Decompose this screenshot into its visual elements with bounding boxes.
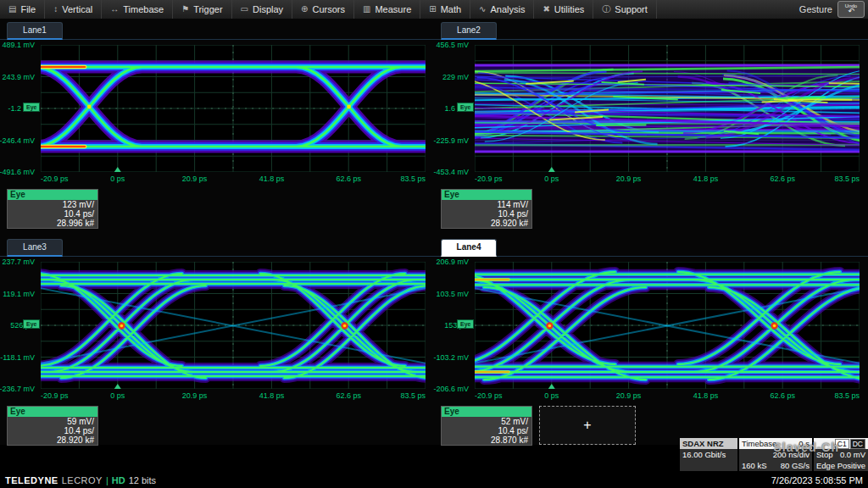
support-icon: ⓘ: [602, 5, 610, 14]
descriptor-boxes: SDAX NRZ 16.00 Gbit/s Timebase 0 s 200 n…: [680, 438, 868, 471]
lane2-eye-measure-box[interactable]: Eye 114 mV/ 10.4 ps/ 28.920 k#: [441, 189, 532, 229]
timebase-samples: 160 kS: [742, 460, 767, 471]
bit-depth-label: 12 bits: [129, 475, 156, 485]
brand-lecroy: LECROY: [62, 475, 103, 485]
lane3-panel: Lane3 237.7 mV119.1 mV526 µV-118.1 mV-23…: [0, 236, 434, 445]
lane1-eye-measure-box[interactable]: Eye 123 mV/ 10.4 ps/ 28.996 k#: [7, 189, 98, 229]
x-axis-label: 41.8 ps: [259, 391, 285, 400]
lane2-tab[interactable]: Lane2: [441, 22, 497, 40]
menu-item-label: Analysis: [491, 4, 526, 14]
menu-item-timebase[interactable]: ↔Timebase: [102, 0, 173, 19]
sdax-descriptor-box[interactable]: SDAX NRZ 16.00 Gbit/s: [680, 438, 737, 471]
lane3-tabstrip: Lane3: [0, 240, 434, 257]
add-measurement-box[interactable]: +: [539, 406, 636, 445]
y-axis-label: -118.1 mV: [0, 353, 35, 362]
eye-width-value: 10.4 ps/: [442, 426, 531, 435]
x-axis-label: 41.8 ps: [259, 175, 285, 183]
menu-item-label: Timebase: [123, 4, 164, 14]
eye-count-value: 28.920 k#: [442, 219, 531, 228]
brand-separator: |: [106, 475, 108, 485]
eye-measure-title: Eye: [442, 407, 531, 417]
menu-item-support[interactable]: ⓘSupport: [593, 0, 657, 19]
timebase-title: Timebase: [742, 438, 776, 449]
y-axis-label: -225.9 mV: [433, 136, 469, 145]
y-axis-label: 237.7 mV: [2, 258, 35, 266]
lane4-plot[interactable]: [475, 262, 860, 389]
x-axis-label: 62.6 ps: [336, 175, 361, 183]
hd-badge: HD: [112, 475, 125, 485]
x-axis-label: -20.9 ps: [41, 175, 69, 183]
menu-item-utilities[interactable]: ✖Utilities: [534, 0, 593, 19]
lane3-plot[interactable]: [41, 262, 426, 389]
y-axis-label: -103.2 mV: [433, 353, 469, 362]
cursors-icon: ⊕: [301, 5, 308, 14]
lane3-eye-badge: Eye: [23, 319, 40, 329]
menu-item-file[interactable]: ▤File: [0, 0, 45, 19]
menu-item-vertical[interactable]: ↕Vertical: [45, 0, 102, 19]
menu-item-label: Support: [615, 4, 648, 14]
clock-timestamp: 7/26/2023 5:08:55 PM: [771, 475, 863, 485]
x-axis-label: 20.9 ps: [182, 175, 208, 183]
trigger-level: 0.0 mV: [840, 449, 865, 460]
y-axis-label: -206.6 mV: [433, 385, 469, 393]
eye-height-value: 114 mV/: [442, 200, 531, 209]
trigger-descriptor-box[interactable]: C1 DC Stop 0.0 mV Edge Positive: [814, 438, 868, 471]
undo-button[interactable]: Undo ↶: [837, 1, 865, 18]
trigger-coupling-badge: DC: [850, 439, 865, 449]
x-axis-label: 83.5 ps: [834, 391, 860, 400]
menu-item-cursors[interactable]: ⊕Cursors: [292, 0, 354, 19]
x-axis-label: 62.6 ps: [770, 175, 795, 183]
lane2-x-axis: -20.9 ps0 ps20.9 ps41.8 ps62.6 ps83.5 ps: [475, 175, 860, 185]
lane3-x-axis: -20.9 ps0 ps20.9 ps41.8 ps62.6 ps83.5 ps: [41, 391, 426, 402]
x-axis-label: 0 ps: [544, 391, 559, 400]
lane2-plot[interactable]: [475, 45, 860, 172]
gesture-label: Gesture: [799, 4, 832, 14]
measure-icon: ▥: [363, 5, 370, 14]
y-axis-label: 489.1 mV: [2, 41, 35, 49]
menu-bar: ▤File↕Vertical↔Timebase⚑Trigger▭Display⊕…: [0, 0, 868, 19]
x-axis-label: 0 ps: [110, 175, 125, 183]
lane3-tab[interactable]: Lane3: [7, 239, 63, 257]
menu-item-math[interactable]: ⊞Math: [420, 0, 470, 19]
lane4-tabstrip: Lane4: [434, 240, 868, 257]
lane3-eye-measure-box[interactable]: Eye 59 mV/ 10.4 ps/ 28.920 k#: [7, 406, 98, 446]
utilities-icon: ✖: [542, 5, 549, 14]
y-axis-label: 119.1 mV: [3, 290, 35, 298]
brand-teledyne: TELEDYNE: [5, 475, 58, 485]
y-axis-label: -236.7 mV: [0, 385, 35, 393]
lane1-tab[interactable]: Lane1: [7, 22, 63, 40]
eye-width-value: 10.4 ps/: [8, 426, 97, 435]
menu-item-label: Vertical: [62, 4, 92, 14]
eye-count-value: 28.920 k#: [8, 435, 97, 445]
timebase-icon: ↔: [110, 5, 119, 14]
y-axis-label: 456.5 mV: [436, 41, 469, 49]
lane4-eye-badge: Eye: [457, 319, 474, 329]
math-icon: ⊞: [429, 5, 436, 14]
trigger-channel-badge: C1: [835, 439, 849, 449]
undo-icon: ↶: [848, 8, 854, 15]
x-axis-label: -20.9 ps: [41, 391, 69, 400]
trigger-slope: Positive: [837, 460, 865, 471]
y-axis-label: -491.6 mV: [0, 168, 35, 176]
lane4-tab[interactable]: Lane4: [441, 239, 497, 257]
y-axis-label: 206.9 mV: [436, 258, 469, 266]
lane4-eye-measure-box[interactable]: Eye 52 mV/ 10.4 ps/ 28.870 k#: [441, 406, 532, 446]
trigger-mode: Stop: [816, 449, 833, 460]
menu-item-trigger[interactable]: ⚑Trigger: [173, 0, 231, 19]
menu-item-display[interactable]: ▭Display: [232, 0, 293, 19]
lane4-panel: Lane4 206.9 mV103.5 mV153 µV-103.2 mV-20…: [434, 236, 868, 445]
eye-width-value: 10.4 ps/: [8, 209, 97, 219]
timebase-descriptor-box[interactable]: Timebase 0 s 200 ns/div 160 kS 80 GS/s: [739, 438, 812, 471]
y-axis-label: 229 mV: [442, 73, 469, 81]
lane1-plot[interactable]: [41, 45, 426, 172]
lane3-eye-diagram: [41, 262, 426, 389]
menu-item-analysis[interactable]: ∿Analysis: [470, 0, 534, 19]
x-axis-label: -20.9 ps: [475, 391, 503, 400]
lane4-x-axis: -20.9 ps0 ps20.9 ps41.8 ps62.6 ps83.5 ps: [475, 391, 860, 402]
menu-item-label: File: [20, 4, 36, 14]
eye-count-value: 28.996 k#: [8, 219, 97, 228]
eye-height-value: 123 mV/: [8, 200, 97, 209]
menu-item-measure[interactable]: ▥Measure: [354, 0, 420, 19]
trigger-icon: ⚑: [181, 5, 189, 14]
lane1-x-axis: -20.9 ps0 ps20.9 ps41.8 ps62.6 ps83.5 ps: [41, 175, 426, 185]
